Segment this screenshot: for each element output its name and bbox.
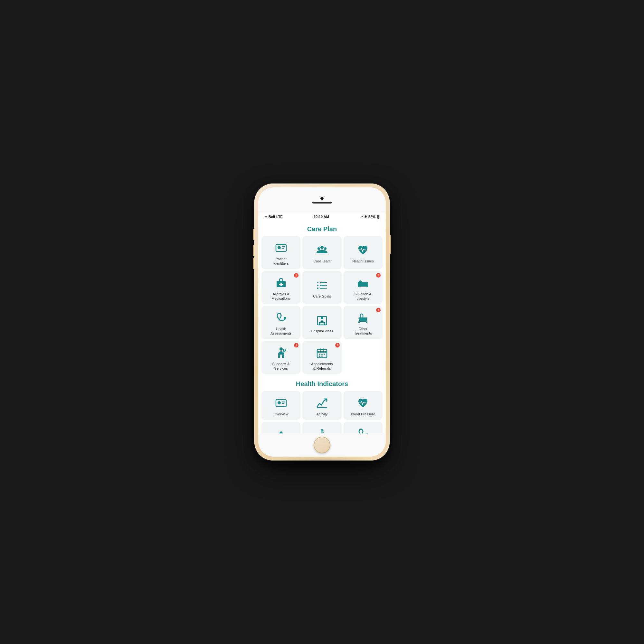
alert-badge-4: ! [294,343,298,347]
supports-services-label: Supports &Services [272,362,289,371]
grid-item-situation-lifestyle[interactable]: ! Situation &Lifestyle [344,271,383,304]
chart-up-icon [315,396,329,410]
heart-pulse-icon [356,243,370,257]
alert-badge-3: ! [376,308,381,312]
grid-item-hospital-visits[interactable]: Hospital Visits [302,306,341,339]
blood-pressure-label: Blood Pressure [351,412,375,416]
grid-item-pulse-oximetry[interactable]: Pulse Oximetryand Heart Rate [344,422,383,433]
grid-item-body-temperature[interactable]: BodyTemperature [302,422,341,433]
care-plan-title: Care Plan [258,221,386,236]
grid-item-overview[interactable]: Overview [261,391,300,420]
status-left: ▪▪ Bell LTE [265,215,283,219]
grid-item-patient-identifiers[interactable]: PatientIdentifiers [261,236,300,269]
phone-frame: ▪▪ Bell LTE 10:19 AM ↗ ✱ 52% ▓ Care Plan [254,184,390,460]
camera [320,197,324,200]
speaker [312,202,332,204]
thermometer-icon [315,426,329,433]
appointments-referrals-label: Appointments& Referrals [311,362,333,371]
health-assessments-label: HealthAssessments [270,327,291,336]
svg-rect-47 [282,403,284,404]
other-treatments-label: OtherTreatments [354,327,372,336]
svg-point-43 [321,355,323,357]
svg-point-57 [360,429,361,430]
svg-point-34 [283,349,285,351]
allergies-medications-label: Allergies &Medications [271,292,290,301]
svg-point-33 [279,347,283,351]
phone-screen: ▪▪ Bell LTE 10:19 AM ↗ ✱ 52% ▓ Care Plan [258,187,386,457]
grid-item-blood-sugar[interactable]: Blood Sugar [261,422,300,433]
health-indicators-grid: Overview Activity Blood Pressure [258,391,386,433]
medical-bag-icon [274,276,288,290]
svg-point-40 [321,354,323,355]
svg-rect-52 [321,430,323,433]
patient-identifiers-label: PatientIdentifiers [273,257,289,266]
pulse-oximetry-icon [356,426,370,433]
svg-rect-28 [319,322,320,325]
grid-item-blood-pressure[interactable]: Blood Pressure [344,391,383,420]
svg-rect-25 [321,317,323,319]
svg-rect-10 [317,282,318,283]
svg-rect-20 [367,285,368,287]
battery: 52% [368,215,375,219]
location-icon: ↗ [360,215,363,219]
svg-rect-29 [324,322,325,325]
svg-rect-0 [276,244,286,251]
grid-item-health-issues[interactable]: Health Issues [344,236,383,269]
svg-point-18 [359,280,362,284]
svg-rect-31 [358,321,360,323]
svg-point-58 [361,429,362,430]
svg-point-6 [324,247,327,250]
grid-item-allergies-medications[interactable]: ! Allergies &Medications [261,271,300,304]
bed-icon [356,276,370,290]
activity-label: Activity [317,412,328,416]
id-card-icon [274,241,288,255]
stethoscope-icon [274,310,288,325]
grid-item-supports-services[interactable]: ! Supports &Services [261,341,300,374]
svg-rect-32 [366,321,367,323]
network: LTE [276,215,283,219]
home-button[interactable] [314,437,330,453]
situation-lifestyle-label: Situation &Lifestyle [355,292,372,301]
care-plan-grid: PatientIdentifiers Care Team Health Issu… [258,236,386,376]
grid-item-other-treatments[interactable]: ! OtherTreatments [344,306,383,339]
bluetooth-icon: ✱ [364,215,367,219]
grid-item-appointments-referrals[interactable]: ! Appointments& Referrals [302,341,341,374]
grid-item-care-team[interactable]: Care Team [302,236,341,269]
screen-content[interactable]: Care Plan PatientIdentifiers Care Team [258,221,386,433]
hospital-icon [315,313,329,327]
battery-icon: ▓ [377,215,379,219]
svg-point-23 [279,313,280,314]
svg-rect-36 [317,351,327,353]
rocket-icon [274,429,288,433]
hospital-visits-label: Hospital Visits [311,329,333,333]
svg-rect-12 [317,285,318,286]
svg-point-45 [278,401,281,404]
svg-rect-2 [282,246,285,247]
phone-bottom-bar [258,433,386,457]
grid-item-care-goals[interactable]: Care Goals [302,271,341,304]
grid-item-health-assessments[interactable]: HealthAssessments [261,306,300,339]
grid-item-activity[interactable]: Activity [302,391,341,420]
svg-point-1 [278,246,281,249]
alert-badge-5: ! [335,343,340,347]
empty-cell [344,341,383,374]
svg-point-56 [365,433,368,433]
status-bar: ▪▪ Bell LTE 10:19 AM ↗ ✱ 52% ▓ [258,213,386,221]
people-icon [315,243,329,257]
svg-rect-37 [320,348,321,351]
status-time: 10:19 AM [314,215,329,219]
svg-rect-27 [320,322,324,323]
care-team-label: Care Team [313,259,331,263]
alert-badge-2: ! [376,273,381,278]
svg-rect-15 [320,288,327,289]
overview-label: Overview [274,412,289,416]
health-indicators-title: Health Indicators [258,376,386,391]
svg-rect-38 [323,348,324,351]
bath-icon [356,310,370,325]
alert-badge-1: ! [294,273,298,278]
svg-rect-11 [320,282,327,283]
svg-rect-19 [358,285,359,287]
svg-point-5 [317,247,320,250]
calendar-icon [315,346,329,360]
phone-top-bar [258,187,386,213]
